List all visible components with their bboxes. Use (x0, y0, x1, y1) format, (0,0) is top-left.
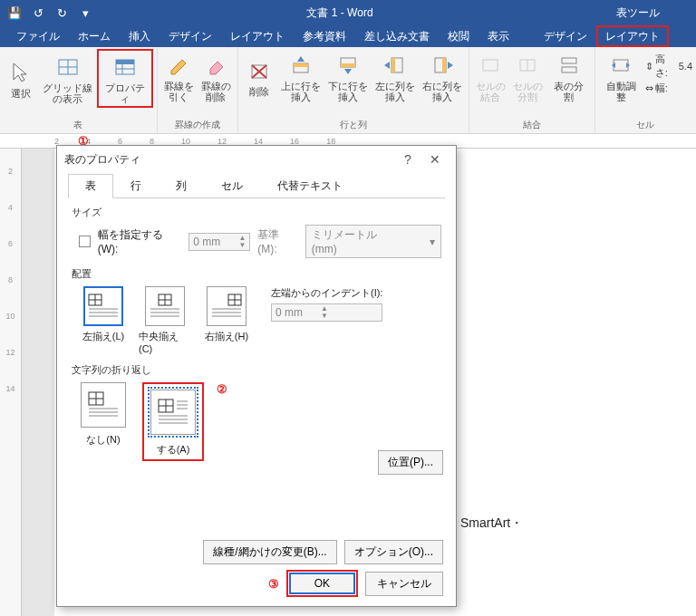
select-button[interactable]: 選択 (4, 49, 38, 108)
annotation-3: ③ (268, 577, 279, 591)
cursor-icon (8, 60, 34, 85)
tab-mailings[interactable]: 差し込み文書 (355, 25, 439, 47)
wrap-none-icon (85, 389, 121, 421)
dialog-tab-column[interactable]: 列 (159, 174, 204, 198)
col-right-icon (430, 53, 455, 78)
tab-layout[interactable]: レイアウト (221, 25, 294, 47)
save-icon[interactable]: 💾 (4, 2, 25, 24)
unit-combo: ミリメートル (mm)▾ (305, 225, 441, 258)
cancel-button[interactable]: キャンセル (365, 572, 443, 596)
svg-rect-13 (341, 63, 355, 67)
width-spinner: ▲▼ (188, 233, 250, 251)
svg-rect-4 (116, 60, 134, 64)
dialog-title: 表のプロパティ (64, 152, 394, 168)
pencil-icon (166, 53, 191, 78)
tab-table-design[interactable]: デザイン (535, 25, 596, 47)
svg-rect-17 (442, 58, 446, 72)
options-button[interactable]: オプション(O)... (344, 540, 443, 564)
dialog-tab-alttext[interactable]: 代替テキスト (260, 174, 360, 198)
dialog-tabs: 表 行 列 セル 代替テキスト (68, 173, 445, 198)
help-button[interactable]: ? (394, 152, 421, 167)
properties-button[interactable]: プロパティ (97, 49, 153, 108)
tab-table-layout[interactable]: レイアウト (596, 25, 669, 47)
row-below-icon (335, 53, 361, 78)
split-table-button[interactable]: 表の分割 (547, 49, 591, 104)
align-left-icon (87, 293, 120, 320)
col-left-icon (382, 53, 408, 78)
table-properties-dialog: 表のプロパティ ? ✕ 表 行 列 セル 代替テキスト サイズ 幅を指定する(W… (56, 145, 457, 607)
grid-icon (55, 54, 81, 80)
split-table-icon (556, 53, 582, 78)
ribbon-group-cellsize: 自動調整 ⇕ 高さ: 5.4 ⇔ 幅: セル (595, 47, 696, 133)
qat-more-icon[interactable]: ▾ (74, 2, 96, 24)
svg-rect-15 (392, 58, 395, 72)
redo-icon[interactable]: ↻ (51, 2, 72, 24)
dialog-tab-table[interactable]: 表 (68, 174, 113, 198)
insert-row-below-button[interactable]: 下に行を 挿入 (325, 49, 371, 104)
autofit-icon (608, 53, 633, 78)
ribbon-tabs: ファイル ホーム 挿入 デザイン レイアウト 参考資料 差し込み文書 校閲 表示… (0, 25, 696, 47)
autofit-button[interactable]: 自動調整 (599, 49, 643, 104)
ok-highlight: OK (286, 570, 358, 597)
split-icon (515, 53, 540, 78)
ribbon-group-table: 選択 グリッド線 の表示 プロパティ 表 (0, 47, 158, 133)
svg-rect-21 (562, 58, 576, 63)
eraser-icon (203, 53, 228, 78)
properties-icon (112, 54, 138, 80)
delete-icon (246, 58, 272, 83)
tab-review[interactable]: 校閲 (439, 25, 478, 47)
draw-border-button[interactable]: 罫線を 引く (161, 49, 197, 104)
width-checkbox[interactable] (79, 236, 91, 247)
insert-col-right-button[interactable]: 右に列を 挿入 (420, 49, 465, 104)
borders-button[interactable]: 線種/網かけの変更(B)... (203, 540, 336, 564)
insert-row-above-button[interactable]: 上に行を 挿入 (278, 49, 324, 104)
tab-design[interactable]: デザイン (160, 25, 221, 47)
tab-file[interactable]: ファイル (7, 25, 69, 47)
dialog-titlebar: 表のプロパティ ? ✕ (57, 146, 456, 173)
size-group: サイズ 幅を指定する(W): ▲▼ 基準(M): ミリメートル (mm)▾ (72, 206, 441, 258)
height-value[interactable]: 5.4 (679, 61, 692, 72)
indent-input[interactable] (272, 304, 317, 321)
quick-access-toolbar: 💾 ↺ ↻ ▾ (0, 2, 100, 24)
close-button[interactable]: ✕ (421, 152, 449, 167)
height-icon: ⇕ (645, 61, 653, 72)
ok-button[interactable]: OK (289, 573, 355, 594)
align-center-icon (149, 293, 181, 320)
merge-cells-button: セルの 結合 (473, 49, 508, 104)
row-above-icon (288, 53, 314, 78)
svg-rect-23 (614, 60, 628, 71)
alignment-group: 配置 左揃え(L) 中央揃え(C) 右揃え(H) 左端からのインデント(I): (72, 267, 441, 354)
wrap-around-option[interactable]: する(A) (147, 387, 199, 457)
merge-icon (478, 53, 503, 78)
position-button[interactable]: 位置(P)... (378, 450, 443, 475)
undo-icon[interactable]: ↺ (27, 2, 49, 24)
tab-view[interactable]: 表示 (478, 25, 518, 47)
indent-spinner[interactable]: ▲▼ (271, 303, 382, 322)
window-title: 文書 1 - Word (100, 5, 580, 21)
vertical-ruler: 2468101214 (0, 149, 22, 616)
insert-col-left-button[interactable]: 左に列を 挿入 (372, 49, 418, 104)
dialog-tab-cell[interactable]: セル (204, 174, 260, 198)
wrap-none-option[interactable]: なし(N) (77, 382, 130, 447)
width-label: 幅を指定する(W): (98, 227, 182, 255)
eraser-button[interactable]: 罫線の 削除 (198, 49, 234, 104)
tab-home[interactable]: ホーム (69, 25, 120, 47)
ribbon-group-merge: セルの 結合 セルの 分割 表の分割 結合 (469, 47, 595, 133)
svg-rect-11 (294, 63, 308, 67)
align-left-option[interactable]: 左揃え(L) (77, 286, 130, 343)
dialog-tab-row[interactable]: 行 (113, 174, 159, 198)
tab-references[interactable]: 参考資料 (294, 25, 355, 47)
contextual-tab-title: 表ツール (580, 5, 696, 21)
ribbon-group-draw: 罫線を 引く 罫線の 削除 罫線の作成 (158, 47, 238, 133)
svg-rect-22 (562, 67, 576, 72)
tab-insert[interactable]: 挿入 (120, 25, 160, 47)
delete-button[interactable]: 削除 (242, 49, 276, 104)
align-center-option[interactable]: 中央揃え(C) (139, 286, 191, 354)
wrap-around-icon (155, 396, 191, 428)
split-cells-button: セルの 分割 (510, 49, 546, 104)
annotation-2: ② (217, 382, 227, 396)
align-right-option[interactable]: 右揃え(H) (200, 286, 253, 343)
gridlines-button[interactable]: グリッド線 の表示 (40, 49, 95, 108)
wrap-group: 文字列の折り返し なし(N) する(A) ② (72, 363, 441, 461)
svg-rect-18 (483, 60, 498, 71)
